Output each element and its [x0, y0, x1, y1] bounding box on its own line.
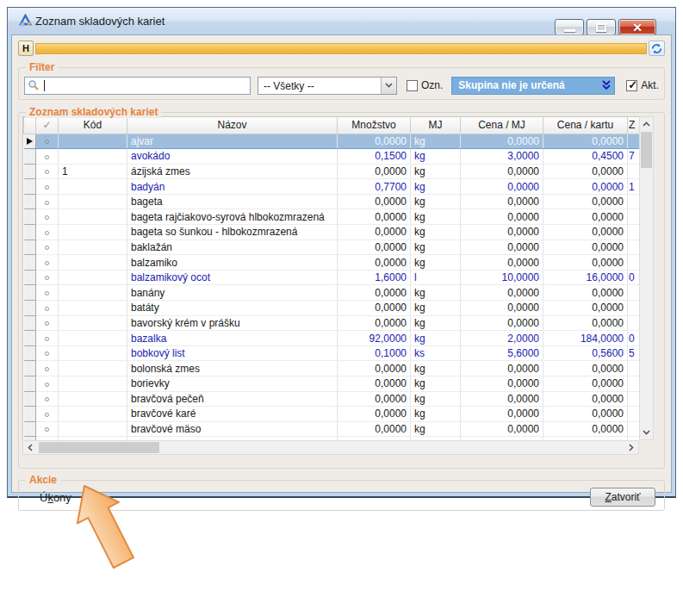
cell-cena-mj: 0,0000: [461, 179, 543, 195]
title-bar[interactable]: Zoznam skladových kariet ✕: [8, 8, 675, 34]
scroll-right-button[interactable]: [624, 441, 638, 454]
cell-z: [628, 421, 640, 437]
cell-mj: kg: [411, 194, 461, 209]
col-header-mj[interactable]: MJ: [411, 117, 461, 134]
table-row[interactable]: bavorský krém v prášku0,0000kg0,00000,00…: [24, 315, 640, 331]
cell-z: 1: [628, 179, 640, 195]
row-state-cell: [36, 149, 59, 165]
cell-z: 5: [628, 345, 640, 361]
cell-nazov: balzamikový ocot: [127, 270, 338, 285]
table-row[interactable]: bolonská zmes0,0000kg0,00000,0000: [24, 361, 640, 376]
table-row[interactable]: bazalka92,0000kg2,0000184,00000: [24, 331, 640, 346]
table-row[interactable]: banány0,0000kg0,00000,0000: [24, 285, 640, 301]
horizontal-scrollbar[interactable]: [22, 440, 639, 455]
cell-mj: kg: [411, 209, 461, 225]
col-header-cena-kartu[interactable]: Cena / kartu: [543, 117, 628, 134]
gold-bar: [35, 43, 647, 54]
col-header-nazov[interactable]: Názov: [127, 117, 338, 134]
table-row[interactable]: balzamikový ocot1,6000l10,000016,00000: [24, 270, 640, 285]
zatvorit-button[interactable]: Zatvoriť: [590, 488, 655, 507]
cell-kod: [59, 301, 127, 316]
table-row[interactable]: bageta so šunkou - hlbokozmrazená0,0000k…: [24, 225, 640, 240]
filter-type-select[interactable]: -- Všetky --: [258, 77, 397, 95]
table-row[interactable]: badyán0,7700kg0,00000,00001: [24, 179, 640, 195]
cell-nazov: bolonská zmes: [127, 361, 338, 376]
skupina-field[interactable]: Skupina nie je určená: [451, 77, 615, 95]
cell-cena-mj: 3,0000: [461, 149, 543, 165]
table-row[interactable]: baklažán0,0000kg0,00000,0000: [24, 240, 640, 255]
minimize-button[interactable]: [555, 19, 584, 35]
table-row[interactable]: ajvar0,0000kg0,00000,0000: [24, 134, 640, 149]
cell-cena-mj: 0,0000: [461, 285, 543, 301]
search-input[interactable]: [24, 77, 251, 95]
scroll-up-button[interactable]: [640, 117, 653, 131]
cell-nazov: bravčové mäso: [127, 421, 338, 437]
table-row[interactable]: balzamiko0,0000kg0,00000,0000: [24, 255, 640, 271]
col-header-mnozstvo[interactable]: Množstvo: [338, 117, 411, 134]
row-selector-cell: [24, 301, 36, 316]
akt-label: Akt.: [641, 79, 659, 91]
table-row[interactable]: batáty0,0000kg0,00000,0000: [24, 301, 640, 316]
close-button[interactable]: ✕: [618, 19, 656, 35]
stock-cards-group: Zoznam skladových kariet ✓ Kód: [18, 112, 665, 469]
cell-mnozstvo: 0,0000: [338, 209, 411, 225]
col-header-check[interactable]: ✓: [36, 117, 59, 134]
ukony-menu[interactable]: Úkony: [40, 491, 71, 504]
h-button[interactable]: H: [18, 40, 34, 56]
vertical-scroll-thumb[interactable]: [641, 132, 652, 168]
cell-kod: [59, 179, 127, 195]
col-header-cena-mj[interactable]: Cena / MJ: [461, 117, 543, 134]
cell-cena-kartu: 0,0000: [543, 376, 628, 392]
cell-mnozstvo: 0,0000: [338, 421, 411, 437]
chevron-down-icon: [643, 430, 650, 435]
refresh-button[interactable]: [649, 40, 665, 56]
table-row[interactable]: avokádo0,1500kg3,00000,45007: [24, 149, 640, 165]
maximize-button[interactable]: [587, 19, 616, 35]
row-state-cell: [36, 407, 59, 422]
scroll-left-button[interactable]: [23, 441, 37, 454]
cell-nazov: bravčové karé: [127, 407, 338, 422]
cell-z: 0: [628, 270, 640, 285]
actions-group-label: Akcie: [26, 474, 60, 486]
scroll-down-button[interactable]: [640, 426, 653, 439]
table-row[interactable]: bageta0,0000kg0,00000,0000: [24, 194, 640, 209]
table-row[interactable]: borievky0,0000kg0,00000,0000: [24, 376, 640, 392]
table-row[interactable]: bageta rajčiakovo-syrová hlbokozmrazená0…: [24, 209, 640, 225]
cell-cena-kartu: 0,0000: [543, 301, 628, 316]
cell-z: [628, 164, 640, 179]
cell-nazov: bageta: [127, 194, 338, 209]
ozn-label: Ozn.: [421, 79, 443, 91]
horizontal-scroll-thumb[interactable]: [39, 442, 159, 453]
stock-cards-table: ✓ Kód Názov Množstvo MJ Cena / MJ Cena /…: [22, 116, 639, 440]
row-state-cell: [36, 376, 59, 392]
vertical-scrollbar[interactable]: [639, 116, 654, 440]
col-header-z[interactable]: Z: [628, 117, 640, 134]
row-state-cell: [36, 194, 59, 209]
row-selector-cell: [24, 361, 36, 376]
cell-mj: l: [411, 270, 461, 285]
combo-dropdown-button[interactable]: [381, 78, 396, 94]
ozn-checkbox[interactable]: [407, 80, 418, 91]
table-row[interactable]: bravčové mäso0,0000kg0,00000,0000: [24, 421, 640, 437]
circle-icon: [45, 185, 49, 190]
table-row[interactable]: bravčová pečeň0,0000kg0,00000,0000: [24, 391, 640, 407]
cell-mnozstvo: 0,0000: [338, 240, 411, 255]
cell-cena-mj: 0,0000: [461, 225, 543, 240]
circle-icon: [45, 155, 49, 159]
cell-cena-mj: 0,0000: [461, 255, 543, 271]
cell-cena-kartu: 0,0000: [543, 179, 628, 195]
cell-mnozstvo: 0,0000: [338, 285, 411, 301]
cell-mj: kg: [411, 331, 461, 346]
col-header-kod[interactable]: Kód: [59, 117, 127, 134]
table-row[interactable]: bobkový list0,1000ks5,60000,56005: [24, 345, 640, 361]
cell-nazov: balzamiko: [127, 255, 338, 271]
table-row[interactable]: bravčové karé0,0000kg0,00000,0000: [24, 407, 640, 422]
table-row[interactable]: 1ázijská zmes0,0000kg0,00000,0000: [24, 164, 640, 179]
circle-icon: [45, 201, 49, 205]
cell-z: [628, 376, 640, 392]
cell-mj: ks: [411, 345, 461, 361]
akt-checkbox[interactable]: [626, 80, 637, 91]
row-selector-cell: [24, 391, 36, 407]
search-icon: [28, 79, 40, 91]
double-chevron-down-icon: [602, 80, 611, 90]
